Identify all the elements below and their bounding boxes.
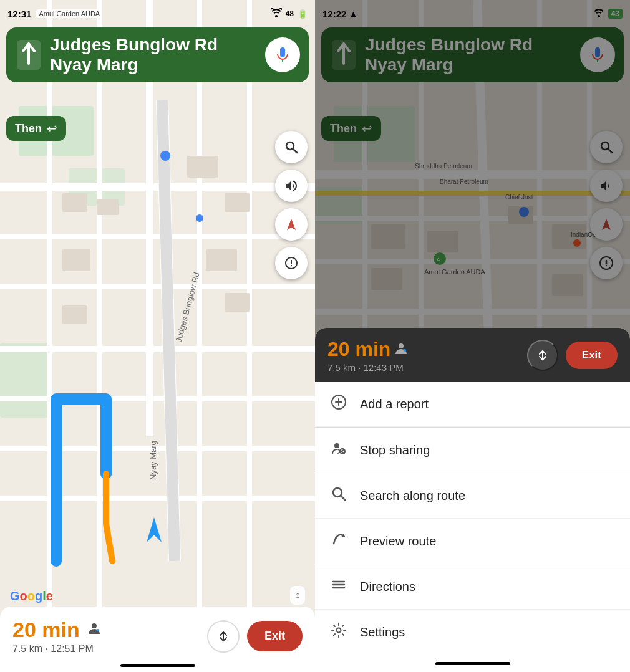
search-along-route-icon — [330, 486, 347, 506]
settings-icon — [330, 622, 347, 642]
menu-item-search-along-route[interactable]: Search along route — [315, 473, 630, 519]
status-bar-left: 12:31 Amul Garden AUDA 48 🔋 — [0, 0, 315, 27]
svg-rect-3 — [0, 343, 50, 418]
svg-text:Nyay Marg: Nyay Marg — [148, 441, 158, 480]
svg-line-80 — [341, 496, 346, 501]
nav-direction-arrow-left — [15, 41, 42, 69]
nav-time-right: 20 min — [327, 338, 390, 361]
nav-time-group-left: 20 min 7.5 km · 12:51 PM — [12, 618, 101, 655]
nav-time-left: 20 min — [12, 618, 80, 642]
wifi-icon-left — [271, 8, 282, 19]
menu-item-directions[interactable]: Directions — [315, 564, 630, 610]
svg-point-20 — [196, 214, 203, 222]
svg-point-36 — [97, 629, 99, 631]
svg-rect-24 — [225, 193, 250, 212]
svg-point-35 — [92, 623, 97, 628]
svg-point-75 — [334, 443, 339, 448]
menu-item-preview-route[interactable]: Preview route — [315, 519, 630, 564]
svg-point-72 — [399, 343, 404, 348]
nav-street-line2-left: Nyay Marg — [50, 55, 258, 75]
nav-actions-left: Exit — [207, 620, 303, 653]
nav-actions-right: Exit — [527, 340, 618, 371]
map-background-left: Judges Bunglow Rd Nyay Marg — [0, 0, 315, 672]
svg-point-73 — [404, 349, 406, 352]
then-badge-left: Then ↩ — [6, 116, 66, 141]
then-arrow-left: ↩ — [47, 121, 57, 136]
stop-sharing-icon — [330, 440, 347, 460]
nav-info-row-left: 20 min 7.5 km · 12:51 PM Exit — [12, 618, 303, 655]
svg-rect-21 — [62, 193, 87, 212]
updown-arrows-left[interactable]: ↕ — [290, 586, 305, 605]
nav-bottom-left: 20 min 7.5 km · 12:51 PM Exit — [0, 607, 315, 672]
map-label-left: Amul Garden AUDA — [36, 9, 102, 18]
nav-time-group-right: 20 min 7.5 km · 12:43 PM — [327, 338, 408, 373]
time-left: 12:31 — [7, 9, 31, 19]
battery-icon-left: 48 — [286, 9, 294, 18]
route-options-button-left[interactable] — [207, 620, 240, 653]
svg-line-34 — [293, 149, 298, 153]
exit-button-left[interactable]: Exit — [247, 621, 303, 651]
left-panel: Judges Bunglow Rd Nyay Marg 12:31 Amul G… — [0, 0, 315, 672]
nav-distance-right: 7.5 km · 12:43 PM — [327, 362, 408, 373]
directions-icon — [330, 577, 347, 597]
home-indicator-right — [435, 662, 510, 665]
google-logo-left: Google — [10, 589, 53, 603]
nav-street-line1-left: Judges Bunglow Rd — [50, 35, 258, 55]
route-options-button-right[interactable] — [527, 340, 558, 371]
preview-route-label: Preview route — [360, 534, 436, 549]
share-icon-left — [87, 622, 101, 638]
volume-button-left[interactable] — [275, 170, 308, 202]
report-button-left[interactable] — [275, 247, 308, 279]
share-icon-right — [394, 342, 408, 358]
right-panel: Shraddha Petroleum Bharat Petroleum A Am… — [315, 0, 630, 672]
status-icons-left: 48 🔋 — [271, 8, 308, 19]
nav-info-section-right: 20 min 7.5 km · 12:43 PM Exit — [315, 328, 630, 382]
svg-point-85 — [337, 628, 341, 633]
menu-item-settings[interactable]: Settings — [315, 610, 630, 655]
nav-info-row-right: 20 min 7.5 km · 12:43 PM Exit — [327, 338, 618, 373]
exit-button-right[interactable]: Exit — [566, 342, 618, 369]
directions-label: Directions — [360, 580, 415, 594]
mic-button-left[interactable] — [265, 37, 300, 72]
nav-text-left: Judges Bunglow Rd Nyay Marg — [50, 35, 258, 75]
battery-symbol-left: 🔋 — [298, 9, 308, 19]
menu-item-add-report[interactable]: Add a report — [315, 382, 630, 427]
bottom-sheet-right: 20 min 7.5 km · 12:43 PM Exit — [315, 328, 630, 672]
svg-rect-23 — [187, 156, 218, 178]
nav-header-left: Judges Bunglow Rd Nyay Marg — [6, 27, 309, 82]
add-report-label: Add a report — [360, 397, 429, 411]
nav-distance-left: 7.5 km · 12:51 PM — [12, 643, 101, 655]
map-buttons-left — [275, 131, 308, 279]
svg-rect-28 — [62, 305, 87, 324]
preview-route-icon — [330, 531, 347, 551]
home-indicator-container — [315, 655, 630, 672]
svg-rect-25 — [62, 249, 90, 271]
svg-rect-22 — [97, 199, 119, 215]
svg-rect-26 — [206, 249, 237, 271]
location-button-left[interactable] — [275, 208, 308, 241]
search-button-left[interactable] — [275, 131, 308, 163]
settings-label: Settings — [360, 625, 405, 640]
svg-rect-27 — [225, 293, 250, 312]
home-indicator-left — [120, 664, 195, 667]
search-along-route-label: Search along route — [360, 489, 465, 503]
menu-list: Add a report Stop sharing — [315, 382, 630, 655]
menu-item-stop-sharing[interactable]: Stop sharing — [315, 427, 630, 473]
svg-point-19 — [160, 151, 170, 161]
stop-sharing-label: Stop sharing — [360, 443, 430, 458]
then-label-left: Then — [15, 122, 42, 135]
add-report-icon — [330, 394, 347, 414]
